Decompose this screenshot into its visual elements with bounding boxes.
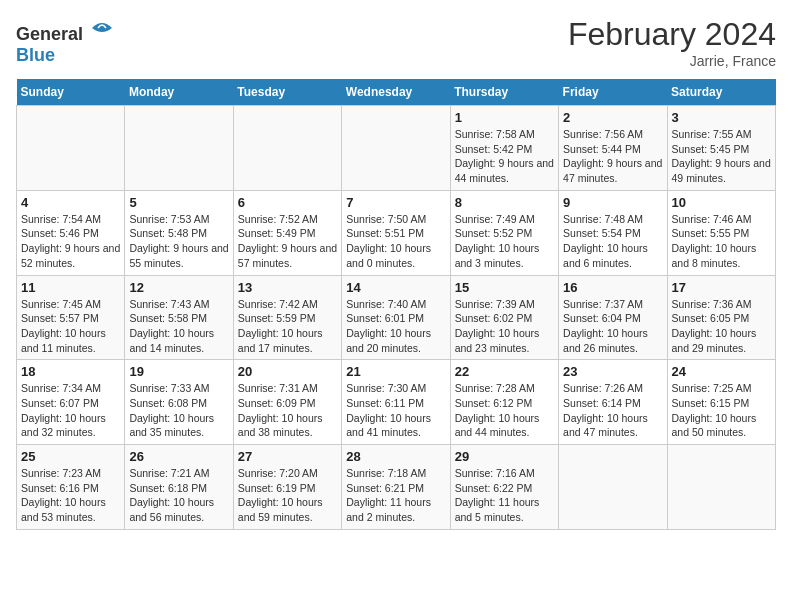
calendar-cell: 18Sunrise: 7:34 AM Sunset: 6:07 PM Dayli… bbox=[17, 360, 125, 445]
day-details: Sunrise: 7:28 AM Sunset: 6:12 PM Dayligh… bbox=[455, 381, 554, 440]
day-details: Sunrise: 7:37 AM Sunset: 6:04 PM Dayligh… bbox=[563, 297, 662, 356]
day-details: Sunrise: 7:50 AM Sunset: 5:51 PM Dayligh… bbox=[346, 212, 445, 271]
page-header: General Blue February 2024 Jarrie, Franc… bbox=[16, 16, 776, 69]
day-of-week-sunday: Sunday bbox=[17, 79, 125, 106]
day-number: 24 bbox=[672, 364, 771, 379]
calendar-cell: 6Sunrise: 7:52 AM Sunset: 5:49 PM Daylig… bbox=[233, 190, 341, 275]
day-number: 15 bbox=[455, 280, 554, 295]
calendar-cell: 5Sunrise: 7:53 AM Sunset: 5:48 PM Daylig… bbox=[125, 190, 233, 275]
day-details: Sunrise: 7:48 AM Sunset: 5:54 PM Dayligh… bbox=[563, 212, 662, 271]
day-number: 14 bbox=[346, 280, 445, 295]
calendar-cell: 3Sunrise: 7:55 AM Sunset: 5:45 PM Daylig… bbox=[667, 106, 775, 191]
day-number: 21 bbox=[346, 364, 445, 379]
calendar-cell bbox=[125, 106, 233, 191]
day-details: Sunrise: 7:39 AM Sunset: 6:02 PM Dayligh… bbox=[455, 297, 554, 356]
calendar-cell: 7Sunrise: 7:50 AM Sunset: 5:51 PM Daylig… bbox=[342, 190, 450, 275]
logo: General Blue bbox=[16, 16, 114, 66]
logo-blue: Blue bbox=[16, 45, 55, 65]
calendar-cell: 23Sunrise: 7:26 AM Sunset: 6:14 PM Dayli… bbox=[559, 360, 667, 445]
calendar-week-2: 4Sunrise: 7:54 AM Sunset: 5:46 PM Daylig… bbox=[17, 190, 776, 275]
day-number: 20 bbox=[238, 364, 337, 379]
calendar-cell: 17Sunrise: 7:36 AM Sunset: 6:05 PM Dayli… bbox=[667, 275, 775, 360]
calendar-cell: 27Sunrise: 7:20 AM Sunset: 6:19 PM Dayli… bbox=[233, 445, 341, 530]
day-number: 18 bbox=[21, 364, 120, 379]
calendar-cell: 9Sunrise: 7:48 AM Sunset: 5:54 PM Daylig… bbox=[559, 190, 667, 275]
day-details: Sunrise: 7:18 AM Sunset: 6:21 PM Dayligh… bbox=[346, 466, 445, 525]
calendar-cell: 26Sunrise: 7:21 AM Sunset: 6:18 PM Dayli… bbox=[125, 445, 233, 530]
day-details: Sunrise: 7:52 AM Sunset: 5:49 PM Dayligh… bbox=[238, 212, 337, 271]
day-details: Sunrise: 7:55 AM Sunset: 5:45 PM Dayligh… bbox=[672, 127, 771, 186]
calendar-body: 1Sunrise: 7:58 AM Sunset: 5:42 PM Daylig… bbox=[17, 106, 776, 530]
calendar-cell: 15Sunrise: 7:39 AM Sunset: 6:02 PM Dayli… bbox=[450, 275, 558, 360]
day-number: 4 bbox=[21, 195, 120, 210]
calendar-cell: 8Sunrise: 7:49 AM Sunset: 5:52 PM Daylig… bbox=[450, 190, 558, 275]
month-title: February 2024 bbox=[568, 16, 776, 53]
day-number: 10 bbox=[672, 195, 771, 210]
day-of-week-thursday: Thursday bbox=[450, 79, 558, 106]
title-area: February 2024 Jarrie, France bbox=[568, 16, 776, 69]
calendar-cell: 22Sunrise: 7:28 AM Sunset: 6:12 PM Dayli… bbox=[450, 360, 558, 445]
day-of-week-tuesday: Tuesday bbox=[233, 79, 341, 106]
logo-icon bbox=[90, 16, 114, 40]
calendar-cell: 20Sunrise: 7:31 AM Sunset: 6:09 PM Dayli… bbox=[233, 360, 341, 445]
day-details: Sunrise: 7:30 AM Sunset: 6:11 PM Dayligh… bbox=[346, 381, 445, 440]
day-number: 8 bbox=[455, 195, 554, 210]
day-details: Sunrise: 7:42 AM Sunset: 5:59 PM Dayligh… bbox=[238, 297, 337, 356]
day-number: 11 bbox=[21, 280, 120, 295]
day-details: Sunrise: 7:46 AM Sunset: 5:55 PM Dayligh… bbox=[672, 212, 771, 271]
calendar-cell: 29Sunrise: 7:16 AM Sunset: 6:22 PM Dayli… bbox=[450, 445, 558, 530]
calendar-cell: 12Sunrise: 7:43 AM Sunset: 5:58 PM Dayli… bbox=[125, 275, 233, 360]
day-of-week-monday: Monday bbox=[125, 79, 233, 106]
day-details: Sunrise: 7:43 AM Sunset: 5:58 PM Dayligh… bbox=[129, 297, 228, 356]
day-number: 5 bbox=[129, 195, 228, 210]
day-number: 9 bbox=[563, 195, 662, 210]
day-number: 16 bbox=[563, 280, 662, 295]
calendar-week-4: 18Sunrise: 7:34 AM Sunset: 6:07 PM Dayli… bbox=[17, 360, 776, 445]
day-number: 29 bbox=[455, 449, 554, 464]
day-details: Sunrise: 7:56 AM Sunset: 5:44 PM Dayligh… bbox=[563, 127, 662, 186]
day-details: Sunrise: 7:53 AM Sunset: 5:48 PM Dayligh… bbox=[129, 212, 228, 271]
day-number: 28 bbox=[346, 449, 445, 464]
day-number: 25 bbox=[21, 449, 120, 464]
calendar-cell bbox=[667, 445, 775, 530]
calendar-cell: 10Sunrise: 7:46 AM Sunset: 5:55 PM Dayli… bbox=[667, 190, 775, 275]
logo-text: General Blue bbox=[16, 16, 114, 66]
calendar-header: SundayMondayTuesdayWednesdayThursdayFrid… bbox=[17, 79, 776, 106]
calendar-cell: 25Sunrise: 7:23 AM Sunset: 6:16 PM Dayli… bbox=[17, 445, 125, 530]
calendar-cell: 1Sunrise: 7:58 AM Sunset: 5:42 PM Daylig… bbox=[450, 106, 558, 191]
day-number: 1 bbox=[455, 110, 554, 125]
day-details: Sunrise: 7:34 AM Sunset: 6:07 PM Dayligh… bbox=[21, 381, 120, 440]
day-number: 17 bbox=[672, 280, 771, 295]
day-number: 22 bbox=[455, 364, 554, 379]
calendar-cell: 24Sunrise: 7:25 AM Sunset: 6:15 PM Dayli… bbox=[667, 360, 775, 445]
day-number: 7 bbox=[346, 195, 445, 210]
day-of-week-saturday: Saturday bbox=[667, 79, 775, 106]
calendar-cell: 4Sunrise: 7:54 AM Sunset: 5:46 PM Daylig… bbox=[17, 190, 125, 275]
day-details: Sunrise: 7:16 AM Sunset: 6:22 PM Dayligh… bbox=[455, 466, 554, 525]
day-number: 3 bbox=[672, 110, 771, 125]
day-details: Sunrise: 7:25 AM Sunset: 6:15 PM Dayligh… bbox=[672, 381, 771, 440]
days-of-week-row: SundayMondayTuesdayWednesdayThursdayFrid… bbox=[17, 79, 776, 106]
calendar-table: SundayMondayTuesdayWednesdayThursdayFrid… bbox=[16, 79, 776, 530]
calendar-cell: 13Sunrise: 7:42 AM Sunset: 5:59 PM Dayli… bbox=[233, 275, 341, 360]
day-details: Sunrise: 7:36 AM Sunset: 6:05 PM Dayligh… bbox=[672, 297, 771, 356]
calendar-week-1: 1Sunrise: 7:58 AM Sunset: 5:42 PM Daylig… bbox=[17, 106, 776, 191]
day-number: 19 bbox=[129, 364, 228, 379]
calendar-week-5: 25Sunrise: 7:23 AM Sunset: 6:16 PM Dayli… bbox=[17, 445, 776, 530]
calendar-cell: 16Sunrise: 7:37 AM Sunset: 6:04 PM Dayli… bbox=[559, 275, 667, 360]
calendar-week-3: 11Sunrise: 7:45 AM Sunset: 5:57 PM Dayli… bbox=[17, 275, 776, 360]
calendar-cell: 14Sunrise: 7:40 AM Sunset: 6:01 PM Dayli… bbox=[342, 275, 450, 360]
day-details: Sunrise: 7:45 AM Sunset: 5:57 PM Dayligh… bbox=[21, 297, 120, 356]
day-details: Sunrise: 7:54 AM Sunset: 5:46 PM Dayligh… bbox=[21, 212, 120, 271]
day-details: Sunrise: 7:23 AM Sunset: 6:16 PM Dayligh… bbox=[21, 466, 120, 525]
day-details: Sunrise: 7:49 AM Sunset: 5:52 PM Dayligh… bbox=[455, 212, 554, 271]
location-subtitle: Jarrie, France bbox=[568, 53, 776, 69]
day-number: 23 bbox=[563, 364, 662, 379]
day-number: 6 bbox=[238, 195, 337, 210]
day-number: 12 bbox=[129, 280, 228, 295]
calendar-cell bbox=[342, 106, 450, 191]
day-of-week-friday: Friday bbox=[559, 79, 667, 106]
day-details: Sunrise: 7:40 AM Sunset: 6:01 PM Dayligh… bbox=[346, 297, 445, 356]
calendar-cell: 21Sunrise: 7:30 AM Sunset: 6:11 PM Dayli… bbox=[342, 360, 450, 445]
day-details: Sunrise: 7:26 AM Sunset: 6:14 PM Dayligh… bbox=[563, 381, 662, 440]
